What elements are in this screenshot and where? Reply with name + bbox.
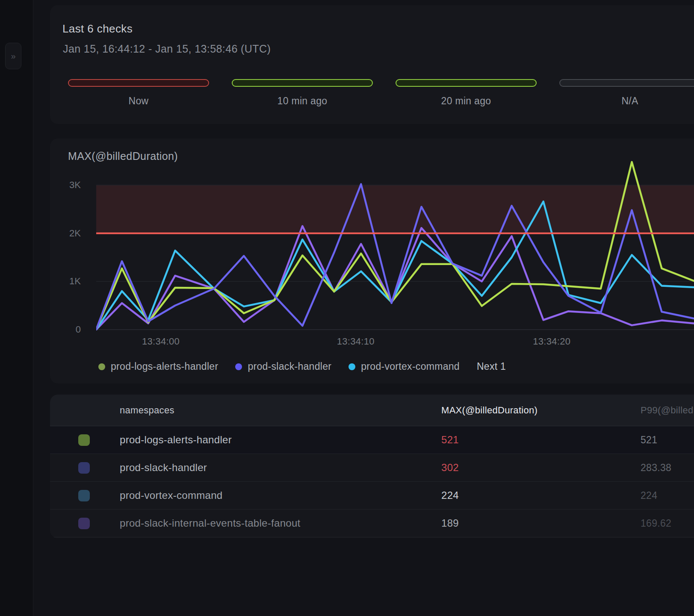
- x-tick-label-13:34:10: 13:34:10: [322, 336, 390, 347]
- x-tick-label-13:34:20: 13:34:20: [517, 336, 586, 347]
- namespace-color-swatch: [78, 518, 90, 529]
- legend-dot-icon: [348, 363, 355, 370]
- expand-panel-icon: »: [11, 51, 15, 61]
- check-time-label: Now: [129, 95, 149, 107]
- legend-next-page-button[interactable]: Next 1: [477, 361, 506, 372]
- check-item-n-a: N/A: [559, 79, 694, 107]
- table-header-row: namespaces MAX(@billedDuration) P99(@bil…: [50, 395, 694, 426]
- check-status-pill[interactable]: [232, 79, 373, 87]
- y-tick-label-3K: 3K: [54, 180, 81, 191]
- y-tick-label-1K: 1K: [54, 276, 81, 287]
- column-header-max-billed-duration[interactable]: MAX(@billedDuration): [441, 395, 537, 426]
- check-item-20-min-ago: 20 min ago: [396, 79, 537, 107]
- legend-label: prod-slack-handler: [248, 361, 331, 372]
- check-status-pill[interactable]: [68, 79, 209, 87]
- namespace-color-swatch: [78, 434, 90, 446]
- check-time-label: N/A: [621, 95, 638, 107]
- namespace-color-swatch: [78, 490, 90, 501]
- table-row-prod-slack-handler[interactable]: prod-slack-handler302283.38: [50, 454, 694, 482]
- legend-dot-icon: [98, 363, 105, 370]
- p99-billed-duration-cell: 169.62: [641, 510, 671, 537]
- check-item-now: Now: [68, 79, 209, 107]
- column-header-namespaces[interactable]: namespaces: [120, 395, 174, 426]
- table-row-prod-slack-internal-events-table-fanout[interactable]: prod-slack-internal-events-table-fanout1…: [50, 510, 694, 537]
- namespace-cell: prod-logs-alerts-handler: [120, 426, 232, 454]
- p99-billed-duration-cell: 224: [641, 482, 657, 509]
- legend-item-prod-logs-alerts-handler[interactable]: prod-logs-alerts-handler: [98, 361, 218, 372]
- y-tick-label-0: 0: [54, 324, 81, 335]
- namespace-cell: prod-slack-internal-events-table-fanout: [120, 510, 301, 537]
- collapsed-sidebar: [0, 0, 33, 616]
- y-tick-label-2K: 2K: [54, 228, 81, 239]
- namespaces-table-card: namespaces MAX(@billedDuration) P99(@bil…: [50, 395, 694, 538]
- p99-billed-duration-cell: 521: [641, 426, 657, 454]
- p99-billed-duration-cell: 283.38: [641, 454, 671, 481]
- checks-summary-card: Last 6 checks Jan 15, 16:44:12 - Jan 15,…: [50, 5, 694, 124]
- checks-date-range: Jan 15, 16:44:12 - Jan 15, 13:58:46 (UTC…: [63, 43, 271, 55]
- max-billed-duration-cell: 302: [441, 454, 459, 481]
- billed-duration-line-chart[interactable]: [96, 156, 694, 330]
- legend-dot-icon: [235, 363, 242, 370]
- namespace-color-swatch: [78, 462, 90, 474]
- legend-item-prod-slack-handler[interactable]: prod-slack-handler: [235, 361, 331, 372]
- max-billed-duration-cell: 521: [441, 426, 459, 454]
- chart-legend: prod-logs-alerts-handlerprod-slack-handl…: [98, 361, 506, 372]
- billed-duration-chart-card: MAX(@billedDuration) 01K2K3K 13:34:0013:…: [50, 139, 694, 383]
- check-status-pill[interactable]: [396, 79, 537, 87]
- x-tick-label-13:34:00: 13:34:00: [127, 336, 195, 347]
- panel-toggle-button[interactable]: »: [5, 43, 21, 69]
- namespace-cell: prod-vortex-command: [120, 482, 222, 509]
- max-billed-duration-cell: 189: [441, 510, 459, 537]
- check-time-label: 20 min ago: [441, 95, 491, 107]
- namespace-cell: prod-slack-handler: [120, 454, 207, 481]
- check-item-10-min-ago: 10 min ago: [232, 79, 373, 107]
- checks-summary-title: Last 6 checks: [62, 22, 133, 35]
- check-status-row: Now10 min ago20 min agoN/A: [68, 79, 694, 107]
- check-status-pill[interactable]: [559, 79, 694, 87]
- table-row-prod-vortex-command[interactable]: prod-vortex-command224224: [50, 482, 694, 510]
- table-row-prod-logs-alerts-handler[interactable]: prod-logs-alerts-handler521521: [50, 426, 694, 454]
- max-billed-duration-cell: 224: [441, 482, 459, 509]
- legend-label: prod-logs-alerts-handler: [111, 361, 218, 372]
- column-header-p99-billed-duration[interactable]: P99(@billedDuration): [641, 395, 694, 426]
- table-body: prod-logs-alerts-handler521521prod-slack…: [50, 426, 694, 537]
- threshold-band: [96, 185, 694, 233]
- legend-item-prod-vortex-command[interactable]: prod-vortex-command: [348, 361, 460, 372]
- check-time-label: 10 min ago: [278, 95, 328, 107]
- legend-label: prod-vortex-command: [361, 361, 460, 372]
